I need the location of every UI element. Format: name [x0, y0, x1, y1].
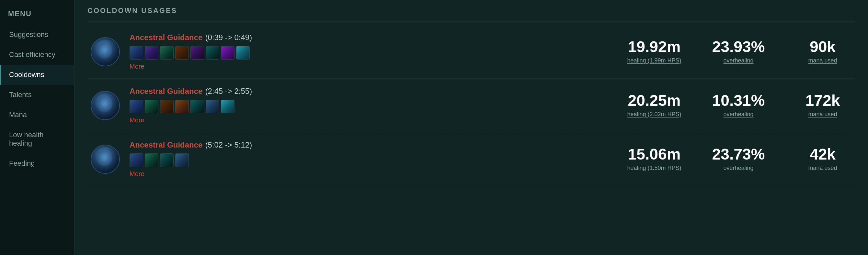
overhealing-stat-3: 23.73% overhealing	[709, 147, 768, 171]
more-link-3[interactable]: More	[129, 170, 615, 178]
healing-stat-3: 15.06m healing (1.50m HPS)	[625, 147, 683, 171]
spell-icon	[129, 100, 143, 113]
main-content: COOLDOWN USAGES Ancestral Guidance (0:39…	[74, 0, 868, 255]
healing-label-1: healing (1.99m HPS)	[625, 57, 683, 64]
spell-icon	[145, 100, 158, 113]
spell-icon	[175, 100, 189, 113]
cooldown-info-2: Ancestral Guidance (2:45 -> 2:55) More	[129, 87, 615, 124]
title-row-1: Ancestral Guidance (0:39 -> 0:49)	[129, 33, 615, 42]
healing-label-3: healing (1.50m HPS)	[625, 165, 683, 171]
mana-label-1: mana used	[794, 57, 852, 64]
stats-3: 15.06m healing (1.50m HPS) 23.73% overhe…	[625, 147, 852, 171]
spell-icon	[129, 46, 143, 60]
spell-icon	[145, 46, 158, 60]
spell-icon	[206, 100, 219, 113]
healing-label-2: healing (2.02m HPS)	[625, 111, 683, 118]
mana-stat-3: 42k mana used	[794, 147, 852, 171]
cooldown-info-1: Ancestral Guidance (0:39 -> 0:49) More	[129, 33, 615, 70]
spell-icon	[175, 46, 189, 60]
cooldown-info-3: Ancestral Guidance (5:02 -> 5:12) More	[129, 140, 615, 178]
overhealing-stat-2: 10.31% overhealing	[709, 93, 768, 118]
overhealing-label-3: overhealing	[709, 165, 768, 171]
overhealing-stat-1: 23.93% overhealing	[709, 39, 768, 64]
spell-icon	[175, 153, 189, 167]
mana-label-3: mana used	[794, 165, 852, 171]
spell-icon	[190, 46, 204, 60]
avatar-3	[91, 145, 120, 174]
spell-icon	[236, 46, 250, 60]
mana-stat-1: 90k mana used	[794, 39, 852, 64]
sidebar-item-cooldowns[interactable]: Cooldowns	[0, 65, 74, 85]
healing-value-1: 19.92m	[625, 39, 683, 55]
spell-name-3: Ancestral Guidance	[129, 140, 203, 150]
spell-icons-3	[129, 153, 615, 167]
spell-icon	[129, 153, 143, 167]
spell-icon	[160, 46, 174, 60]
timing-3: (5:02 -> 5:12)	[205, 140, 252, 150]
spell-icon	[190, 100, 204, 113]
sidebar-item-low-health-healing[interactable]: Low health healing	[0, 125, 74, 153]
more-link-1[interactable]: More	[129, 63, 615, 70]
mana-value-2: 172k	[794, 93, 852, 108]
mana-label-2: mana used	[794, 111, 852, 118]
main-title: COOLDOWN USAGES	[88, 6, 855, 22]
cooldown-entry-1: Ancestral Guidance (0:39 -> 0:49) More 1…	[88, 25, 855, 78]
overhealing-value-2: 10.31%	[709, 93, 768, 108]
timing-1: (0:39 -> 0:49)	[205, 33, 252, 42]
sidebar-item-talents[interactable]: Talents	[0, 85, 74, 105]
cooldown-entry-3: Ancestral Guidance (5:02 -> 5:12) More 1…	[88, 132, 855, 186]
spell-icons-1	[129, 46, 615, 60]
spell-icon	[160, 100, 174, 113]
spell-icon	[160, 153, 174, 167]
sidebar-item-cast-efficiency[interactable]: Cast efficiency	[0, 45, 74, 65]
timing-2: (2:45 -> 2:55)	[205, 87, 252, 96]
healing-stat-2: 20.25m healing (2.02m HPS)	[625, 93, 683, 118]
healing-value-2: 20.25m	[625, 93, 683, 108]
overhealing-label-1: overhealing	[709, 57, 768, 64]
spell-icon	[221, 46, 235, 60]
avatar-1	[91, 37, 120, 66]
spell-icon	[221, 100, 235, 113]
sidebar-title: MENU	[0, 6, 74, 25]
stats-1: 19.92m healing (1.99m HPS) 23.93% overhe…	[625, 39, 852, 64]
mana-value-3: 42k	[794, 147, 852, 162]
spell-name-2: Ancestral Guidance	[129, 87, 203, 96]
spell-icon	[206, 46, 219, 60]
overhealing-label-2: overhealing	[709, 111, 768, 118]
healing-stat-1: 19.92m healing (1.99m HPS)	[625, 39, 683, 64]
sidebar-item-suggestions[interactable]: Suggestions	[0, 25, 74, 45]
more-link-2[interactable]: More	[129, 117, 615, 124]
sidebar-item-feeding[interactable]: Feeding	[0, 153, 74, 173]
title-row-3: Ancestral Guidance (5:02 -> 5:12)	[129, 140, 615, 150]
overhealing-value-3: 23.73%	[709, 147, 768, 162]
mana-value-1: 90k	[794, 39, 852, 55]
spell-icon	[145, 153, 158, 167]
avatar-2	[91, 91, 120, 120]
stats-2: 20.25m healing (2.02m HPS) 10.31% overhe…	[625, 93, 852, 118]
title-row-2: Ancestral Guidance (2:45 -> 2:55)	[129, 87, 615, 96]
spell-icons-2	[129, 100, 615, 113]
sidebar-item-mana[interactable]: Mana	[0, 105, 74, 125]
overhealing-value-1: 23.93%	[709, 39, 768, 55]
healing-value-3: 15.06m	[625, 147, 683, 162]
spell-name-1: Ancestral Guidance	[129, 33, 203, 42]
sidebar: MENU Suggestions Cast efficiency Cooldow…	[0, 0, 74, 255]
cooldown-entry-2: Ancestral Guidance (2:45 -> 2:55) More 2…	[88, 78, 855, 132]
mana-stat-2: 172k mana used	[794, 93, 852, 118]
